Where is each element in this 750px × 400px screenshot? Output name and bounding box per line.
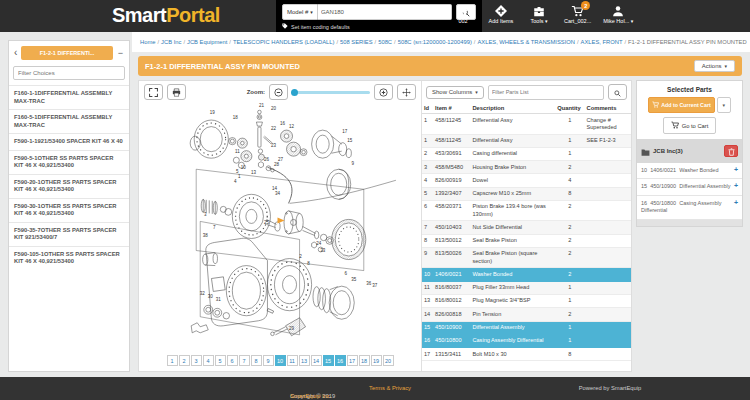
fullscreen-button[interactable] — [144, 84, 163, 100]
parts-table-row[interactable]: 1458/11245Differential Assy1Change # Sup… — [422, 114, 631, 135]
hotspot-page-button[interactable]: 13 — [299, 355, 310, 366]
breadcrumb-item[interactable]: 508 SERIES — [340, 39, 373, 45]
hotspot-page-button[interactable]: 18 — [359, 355, 370, 366]
parts-table-row[interactable]: 171315/3411Bolt M10 x 308 — [422, 348, 631, 361]
parts-table-scroll[interactable]: IdItem #DescriptionQuantityComments 1458… — [422, 103, 631, 371]
parts-table-row[interactable]: 11816/80037Plug Filler 33mm Head1 — [422, 281, 631, 294]
actions-button[interactable]: Actions▾ — [694, 60, 735, 72]
model-search-input[interactable] — [318, 4, 452, 20]
zoom-out-button[interactable] — [269, 84, 288, 100]
sidebar-section-item[interactable]: F590-35-7OTHER SS PARTS SPACER KIT 921/5… — [9, 222, 129, 246]
sidebar-current-section-button[interactable]: F1-2-1 DIFFERENTI... — [21, 46, 112, 60]
parts-table-row[interactable]: 14826/00818Pin Tension2 — [422, 308, 631, 321]
parts-search-button[interactable] — [608, 84, 627, 100]
breadcrumb-item[interactable]: AXLES, WHEELS & TRANSMISSION — [477, 39, 575, 45]
folder-icon — [641, 142, 650, 160]
parts-table-row[interactable]: 3458/M5480Housing Brake Piston2 — [422, 161, 631, 174]
add-to-current-cart-button[interactable]: Add to Current Cart — [648, 97, 714, 113]
nav-branch[interactable]: 002 — [450, 4, 476, 24]
sidebar-collapse-button[interactable]: ‹ — [13, 49, 18, 57]
nav-add-items[interactable]: Add Items — [488, 4, 514, 24]
parts-table-row[interactable]: 13816/80012Plug Magnetic 3/4"BSP1 — [422, 294, 631, 307]
hotspot-page-button[interactable]: 3 — [191, 355, 202, 366]
add-part-plus-icon[interactable]: + — [734, 200, 738, 215]
nav-tools[interactable]: Tools ▾ — [526, 4, 552, 24]
breadcrumb-separator: / — [375, 39, 377, 45]
hotspot-page-button[interactable]: 10 — [275, 355, 286, 366]
parts-table-row[interactable]: 16450/10800Casing Assembly Differential1 — [422, 334, 631, 347]
zoom-in-button[interactable] — [374, 84, 393, 100]
zoom-slider[interactable] — [292, 91, 370, 94]
zoom-slider-knob[interactable] — [291, 89, 298, 96]
breadcrumb-item[interactable]: JCB Equipment — [187, 39, 227, 45]
hotspot-page-button[interactable]: 4 — [203, 355, 214, 366]
smartportal-logo[interactable]: SmartPortal — [112, 4, 220, 27]
nav-cart[interactable]: Cart_002...2 — [564, 4, 591, 24]
page-footer: Copyright © 2019 SmartEquip Inc. Terms &… — [0, 377, 750, 400]
hotspot-page-button[interactable]: 1 — [167, 355, 178, 366]
hotspot-page-button[interactable]: 16 — [335, 355, 346, 366]
user-icon — [612, 4, 624, 17]
hotspot-page-button[interactable]: 15 — [323, 355, 334, 366]
smartequip-link[interactable]: SmartEquip Inc. — [290, 393, 331, 399]
sidebar-section-item[interactable]: F160-1-1DIFFERENTIAL ASSEMBLY MAX-TRAC — [9, 85, 129, 109]
breadcrumb-item[interactable]: JCB Inc — [161, 39, 181, 45]
hotspot-page-button[interactable]: 6 — [227, 355, 238, 366]
sidebar-section-item[interactable]: F590-105-1OTHER SS PARTS SPACER KIT 46 X… — [9, 246, 129, 270]
home-icon — [457, 4, 469, 17]
sidebar-section-item[interactable]: F590-1-1921/53400 SPACER KIT 46 X 40 — [9, 133, 129, 150]
selected-part-item: 15 450/10900 Differential Assembly+ — [637, 179, 742, 195]
sidebar-section-item[interactable]: F160-5-1DIFFERENTIAL ASSEMBLY MAX-TRAC — [9, 109, 129, 133]
parts-table-row[interactable]: 4826/00919Dowel4 — [422, 174, 631, 187]
hotspot-page-button[interactable]: 17 — [347, 355, 358, 366]
model-type-dropdown[interactable]: Model #▾ — [282, 4, 318, 20]
sidebar-section-item[interactable]: F590-5-1OTHER SS PARTS SPACER KIT 46 X 4… — [9, 150, 129, 174]
hotspot-page-button[interactable]: 11 — [287, 355, 298, 366]
add-to-cart-options-button[interactable]: ▾ — [717, 97, 731, 113]
hotspot-page-button[interactable]: 19 — [371, 355, 382, 366]
breadcrumb-separator: / — [577, 39, 579, 45]
add-part-plus-icon[interactable]: + — [734, 183, 738, 190]
selected-part-item: 16 450/10800 Casing Assembly Differentia… — [637, 196, 742, 220]
hotspot-page-button[interactable]: 2 — [179, 355, 190, 366]
parts-table-row[interactable]: 6458/20371Piston Brake 139.4 bore (was 1… — [422, 200, 631, 221]
hotspot-page-button[interactable]: 8 — [251, 355, 262, 366]
hotspot-page-button[interactable]: 9 — [263, 355, 274, 366]
parts-table-row[interactable]: 15450/10900Differential Assembly1 — [422, 321, 631, 334]
parts-table-row[interactable]: 1458/11245Differential Assy1SEE F1-2-3 — [422, 134, 631, 147]
hotspot-page-button[interactable]: 14 — [311, 355, 322, 366]
print-button[interactable] — [167, 84, 186, 100]
exploded-parts-diagram[interactable]: 1918212022232628271612111013171595143414… — [139, 103, 421, 352]
parts-table-row[interactable]: 7450/10403Nut Side Differential2 — [422, 221, 631, 234]
parts-table-row[interactable]: 51392/3407Capscrew M10 x 25mm8 — [422, 187, 631, 200]
parts-table-row[interactable]: 2453/30691Casing differential1 — [422, 147, 631, 160]
svg-text:24: 24 — [316, 241, 322, 246]
nav-user[interactable]: Mike Hol... ▾ — [603, 4, 633, 24]
breadcrumb-item[interactable]: AXLES, FRONT — [581, 39, 623, 45]
breadcrumb-item[interactable]: 508C — [378, 39, 392, 45]
breadcrumb-item[interactable]: Home — [140, 39, 155, 45]
cart-badge: 2 — [581, 1, 590, 10]
set-item-coding-defaults-link[interactable]: Set item coding defaults — [282, 23, 476, 30]
parts-table-row[interactable]: 101406/0021Washer Bonded2 — [422, 268, 631, 281]
breadcrumb-item[interactable]: TELESCOPIC HANDLERS (LOADALL) — [233, 39, 334, 45]
delete-group-button[interactable] — [724, 145, 738, 157]
sidebar-section-item[interactable]: F590-20-1OTHER SS PARTS SPACER KIT 46 X … — [9, 174, 129, 198]
parts-table-row[interactable]: 9813/50026Seal Brake Piston (square sect… — [422, 247, 631, 268]
pan-button[interactable] — [397, 84, 416, 100]
show-columns-button[interactable]: Show Columns▾ — [426, 86, 484, 99]
hotspot-page-button[interactable]: 20 — [383, 355, 394, 366]
hotspot-page-button[interactable]: 5 — [215, 355, 226, 366]
parts-table-row[interactable]: 8813/50012Seal Brake Piston2 — [422, 234, 631, 247]
hotspot-page-button[interactable]: 7 — [239, 355, 250, 366]
breadcrumb-item[interactable]: 508C (sn:1200000-1200499) — [398, 39, 472, 45]
go-to-cart-button[interactable]: Go to Cart — [663, 117, 717, 134]
sidebar-minimize-button[interactable]: − — [116, 48, 125, 58]
filter-choices-input[interactable] — [13, 66, 125, 80]
add-part-plus-icon[interactable]: + — [734, 167, 738, 174]
breadcrumb-separator: / — [624, 39, 626, 45]
sidebar-section-item[interactable]: F590-30-1OTHER SS PARTS SPACER KIT 46 X … — [9, 198, 129, 222]
svg-text:23: 23 — [271, 143, 277, 148]
filter-parts-input[interactable] — [488, 85, 604, 100]
terms-privacy-link[interactable]: Terms & Privacy — [330, 385, 450, 391]
